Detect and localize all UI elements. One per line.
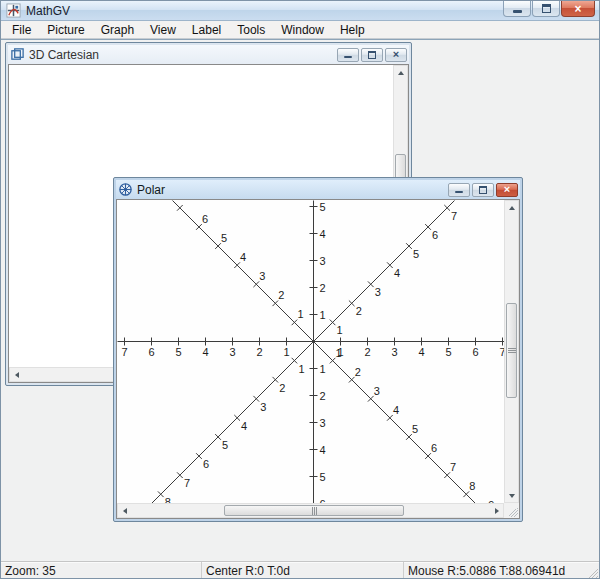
svg-text:7: 7 (184, 477, 190, 489)
svg-text:8: 8 (165, 496, 171, 503)
window-title: MathGV (26, 4, 70, 18)
polar-titlebar[interactable]: Polar × (116, 180, 520, 199)
main-window-controls: × (503, 1, 595, 17)
svg-text:2: 2 (279, 382, 285, 394)
scroll-up-button[interactable] (505, 201, 518, 214)
svg-text:5: 5 (175, 346, 181, 358)
polar-vscrollbar[interactable] (504, 200, 519, 503)
main-close-button[interactable]: × (561, 1, 595, 17)
svg-text:2: 2 (256, 346, 262, 358)
scroll-up-button[interactable] (394, 66, 407, 79)
statusbar: Zoom: 35 Center R:0 T:0d Mouse R:5.0886 … (1, 561, 599, 579)
cartesian3d-titlebar[interactable]: 3D Cartesian × (8, 45, 409, 64)
svg-text:2: 2 (320, 282, 326, 294)
svg-text:2: 2 (356, 305, 362, 317)
svg-text:2: 2 (320, 390, 326, 402)
svg-text:7: 7 (121, 346, 127, 358)
close-icon: × (574, 4, 581, 14)
svg-text:5: 5 (412, 423, 418, 435)
svg-text:3: 3 (391, 346, 397, 358)
svg-text:5: 5 (320, 471, 326, 483)
svg-text:4: 4 (241, 420, 247, 432)
cartesian3d-window-controls: × (337, 48, 407, 62)
main-titlebar[interactable]: MathGV × (1, 1, 599, 21)
svg-text:8: 8 (469, 480, 475, 492)
main-maximize-button[interactable] (532, 1, 560, 17)
svg-text:3: 3 (374, 385, 380, 397)
menu-label[interactable]: Label (184, 21, 229, 39)
thumb-grip-icon (508, 348, 516, 353)
polar-window-controls: × (448, 183, 518, 197)
svg-text:3: 3 (320, 255, 326, 267)
polar-hscrollbar[interactable] (117, 503, 504, 518)
cartesian3d-window-icon[interactable] (10, 47, 25, 62)
menu-graph[interactable]: Graph (93, 21, 142, 39)
restore-icon (368, 51, 376, 59)
thumb-grip-icon (312, 507, 317, 515)
cartesian3d-close-button[interactable]: × (385, 48, 407, 62)
polar-window-title: Polar (137, 183, 165, 197)
svg-text:3: 3 (375, 286, 381, 298)
svg-text:7: 7 (450, 461, 456, 473)
polar-close-button[interactable]: × (496, 183, 518, 197)
resize-grip-icon[interactable] (508, 507, 518, 517)
menu-window[interactable]: Window (273, 21, 332, 39)
menu-picture[interactable]: Picture (39, 21, 92, 39)
mdi-client-area: 3D Cartesian × (1, 39, 599, 561)
svg-text:2: 2 (355, 366, 361, 378)
window-resize-grip-icon[interactable] (586, 567, 598, 579)
svg-text:1: 1 (337, 324, 343, 336)
svg-text:1: 1 (320, 363, 326, 375)
svg-text:7: 7 (451, 210, 457, 222)
arrow-left-icon (123, 508, 127, 514)
polar-client-area: 1234567123456712345123456123456712345678… (116, 199, 520, 519)
svg-text:4: 4 (240, 251, 246, 263)
menu-help[interactable]: Help (332, 21, 373, 39)
polar-graph[interactable]: 1234567123456712345123456123456712345678… (117, 200, 504, 503)
svg-text:5: 5 (222, 439, 228, 451)
polar-hscroll-thumb[interactable] (224, 505, 404, 516)
svg-text:4: 4 (202, 346, 208, 358)
svg-text:6: 6 (148, 346, 154, 358)
cartesian3d-minimize-button[interactable] (337, 48, 359, 62)
svg-text:2: 2 (278, 289, 284, 301)
menu-tools[interactable]: Tools (229, 21, 273, 39)
svg-text:5: 5 (221, 232, 227, 244)
svg-text:5: 5 (413, 248, 419, 260)
scroll-down-button[interactable] (505, 489, 518, 502)
polar-vscroll-thumb[interactable] (506, 303, 517, 398)
svg-text:6: 6 (472, 346, 478, 358)
menubar: File Picture Graph View Label Tools Wind… (1, 21, 599, 39)
scroll-left-button[interactable] (10, 368, 23, 381)
menu-file[interactable]: File (4, 21, 39, 39)
arrow-right-icon (495, 508, 499, 514)
polar-minimize-button[interactable] (448, 183, 470, 197)
scroll-left-button[interactable] (118, 504, 131, 517)
svg-text:6: 6 (431, 442, 437, 454)
polar-window[interactable]: Polar × 12345671234567123451234561234567… (113, 177, 523, 522)
status-center: Center R:0 T:0d (202, 562, 404, 579)
svg-text:3: 3 (229, 346, 235, 358)
svg-text:1: 1 (297, 308, 303, 320)
close-icon: × (393, 50, 399, 59)
arrow-down-icon (509, 494, 515, 498)
svg-text:3: 3 (320, 417, 326, 429)
svg-text:6: 6 (202, 213, 208, 225)
svg-text:6: 6 (432, 229, 438, 241)
scroll-right-button[interactable] (490, 504, 503, 517)
svg-text:4: 4 (320, 228, 326, 240)
status-mouse: Mouse R:5.0886 T:88.06941d (404, 562, 599, 579)
svg-text:4: 4 (393, 404, 399, 416)
svg-text:5: 5 (445, 346, 451, 358)
arrow-up-icon (509, 206, 515, 210)
polar-window-icon[interactable] (118, 182, 133, 197)
mathgv-main-window: MathGV × File Picture Graph View Label T… (0, 0, 600, 579)
svg-text:3: 3 (259, 270, 265, 282)
mathgv-app-icon[interactable] (6, 3, 21, 18)
svg-text:1: 1 (320, 309, 326, 321)
menu-view[interactable]: View (142, 21, 184, 39)
main-minimize-button[interactable] (503, 1, 531, 17)
polar-restore-button[interactable] (472, 183, 494, 197)
arrow-up-icon (398, 71, 404, 75)
cartesian3d-restore-button[interactable] (361, 48, 383, 62)
